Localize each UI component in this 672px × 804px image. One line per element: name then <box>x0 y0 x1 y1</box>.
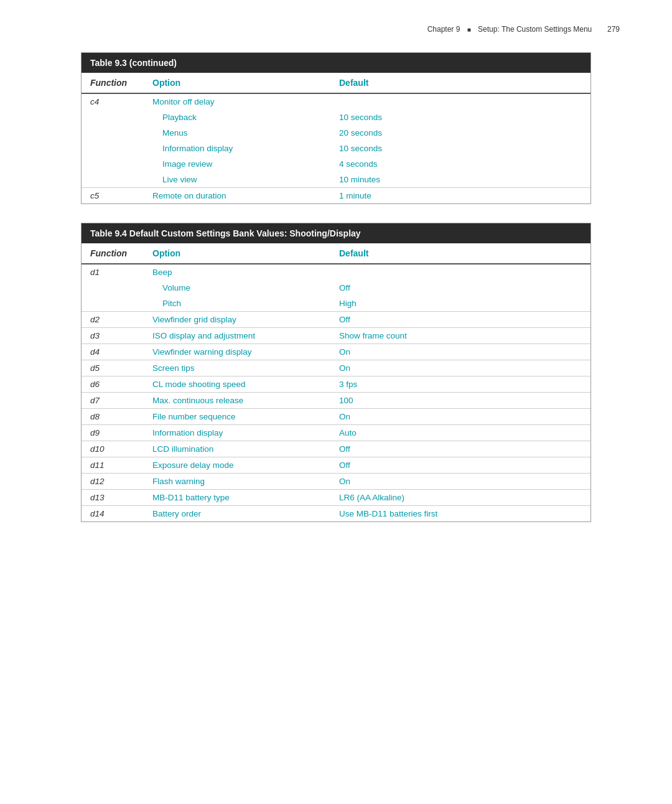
table-9-3-col-function: Function <box>82 73 144 93</box>
table-9-3-col-default: Default <box>330 73 590 93</box>
table-row: d4Viewfinder warning displayOn <box>82 344 590 360</box>
option-cell: Screen tips <box>144 360 330 376</box>
default-cell: 10 minutes <box>330 172 590 188</box>
table-row: PitchHigh <box>82 296 590 312</box>
function-cell: d12 <box>82 474 144 490</box>
option-cell: ISO display and adjustment <box>144 328 330 344</box>
function-cell: d3 <box>82 328 144 344</box>
table-9-3: Table 9.3 (continued) Function Option De… <box>81 52 591 204</box>
table-9-4-title: Table 9.4 Default Custom Settings Bank V… <box>82 223 590 243</box>
default-cell <box>330 264 590 280</box>
function-cell <box>82 296 144 312</box>
table-row: c4Monitor off delay <box>82 93 590 110</box>
option-cell: Image review <box>144 156 330 172</box>
table-row: Image review4 seconds <box>82 156 590 172</box>
default-cell: On <box>330 474 590 490</box>
default-cell: 10 seconds <box>330 141 590 156</box>
option-cell: File number sequence <box>144 409 330 425</box>
default-cell: Off <box>330 457 590 474</box>
table-row: Menus20 seconds <box>82 125 590 141</box>
table-row: d3ISO display and adjustmentShow frame c… <box>82 328 590 344</box>
default-cell: Show frame count <box>330 328 590 344</box>
option-cell: Information display <box>144 141 330 156</box>
function-cell <box>82 110 144 125</box>
default-cell: High <box>330 296 590 312</box>
table-row: d9Information displayAuto <box>82 425 590 441</box>
option-cell: Monitor off delay <box>144 93 330 110</box>
option-cell: CL mode shooting speed <box>144 376 330 393</box>
default-cell: 20 seconds <box>330 125 590 141</box>
default-cell: Off <box>330 312 590 328</box>
table-9-3-title: Table 9.3 (continued) <box>82 53 590 73</box>
function-cell: d6 <box>82 376 144 393</box>
page-header: Chapter 9 ■ Setup: The Custom Settings M… <box>37 25 635 34</box>
table-9-4-col-function: Function <box>82 243 144 264</box>
function-cell <box>82 125 144 141</box>
function-cell: d13 <box>82 490 144 506</box>
option-cell: Remote on duration <box>144 188 330 204</box>
option-cell: MB-D11 battery type <box>144 490 330 506</box>
option-cell: Volume <box>144 280 330 296</box>
option-cell: Playback <box>144 110 330 125</box>
table-row: d13MB-D11 battery typeLR6 (AA Alkaline) <box>82 490 590 506</box>
function-cell: d1 <box>82 264 144 280</box>
option-cell: Beep <box>144 264 330 280</box>
page-number: 279 <box>607 25 620 34</box>
chapter-label: Chapter 9 <box>427 25 460 34</box>
function-cell <box>82 156 144 172</box>
bullet-sep: ■ <box>467 26 471 33</box>
table-row: d7Max. continuous release100 <box>82 393 590 409</box>
option-cell: Viewfinder warning display <box>144 344 330 360</box>
default-cell: On <box>330 409 590 425</box>
function-cell: d4 <box>82 344 144 360</box>
option-cell: Viewfinder grid display <box>144 312 330 328</box>
option-cell: Live view <box>144 172 330 188</box>
default-cell: 100 <box>330 393 590 409</box>
option-cell: Battery order <box>144 506 330 522</box>
table-row: d5Screen tipsOn <box>82 360 590 376</box>
table-row: Information display10 seconds <box>82 141 590 156</box>
option-cell: Max. continuous release <box>144 393 330 409</box>
table-row: d1Beep <box>82 264 590 280</box>
table-9-3-col-option: Option <box>144 73 330 93</box>
function-cell: d5 <box>82 360 144 376</box>
default-cell <box>330 93 590 110</box>
option-cell: Information display <box>144 425 330 441</box>
default-cell: LR6 (AA Alkaline) <box>330 490 590 506</box>
default-cell: Auto <box>330 425 590 441</box>
function-cell <box>82 141 144 156</box>
option-cell: Menus <box>144 125 330 141</box>
default-cell: Off <box>330 441 590 457</box>
table-9-4: Table 9.4 Default Custom Settings Bank V… <box>81 223 591 522</box>
table-row: Live view10 minutes <box>82 172 590 188</box>
default-cell: Use MB-D11 batteries first <box>330 506 590 522</box>
table-row: d8File number sequenceOn <box>82 409 590 425</box>
function-cell: d8 <box>82 409 144 425</box>
default-cell: 4 seconds <box>330 156 590 172</box>
table-row: VolumeOff <box>82 280 590 296</box>
function-cell: d7 <box>82 393 144 409</box>
function-cell <box>82 172 144 188</box>
option-cell: Pitch <box>144 296 330 312</box>
chapter-subtitle: Setup: The Custom Settings Menu <box>478 25 592 34</box>
default-cell: 10 seconds <box>330 110 590 125</box>
function-cell: d2 <box>82 312 144 328</box>
default-cell: 1 minute <box>330 188 590 204</box>
function-cell <box>82 280 144 296</box>
table-row: d12Flash warningOn <box>82 474 590 490</box>
function-cell: d10 <box>82 441 144 457</box>
table-row: d2Viewfinder grid displayOff <box>82 312 590 328</box>
default-cell: On <box>330 344 590 360</box>
table-row: c5Remote on duration1 minute <box>82 188 590 204</box>
table-row: d10LCD illuminationOff <box>82 441 590 457</box>
option-cell: LCD illumination <box>144 441 330 457</box>
function-cell: c4 <box>82 93 144 110</box>
function-cell: d14 <box>82 506 144 522</box>
function-cell: c5 <box>82 188 144 204</box>
table-row: d14Battery orderUse MB-D11 batteries fir… <box>82 506 590 522</box>
function-cell: d9 <box>82 425 144 441</box>
default-cell: 3 fps <box>330 376 590 393</box>
table-row: Playback10 seconds <box>82 110 590 125</box>
option-cell: Exposure delay mode <box>144 457 330 474</box>
table-9-4-col-option: Option <box>144 243 330 264</box>
